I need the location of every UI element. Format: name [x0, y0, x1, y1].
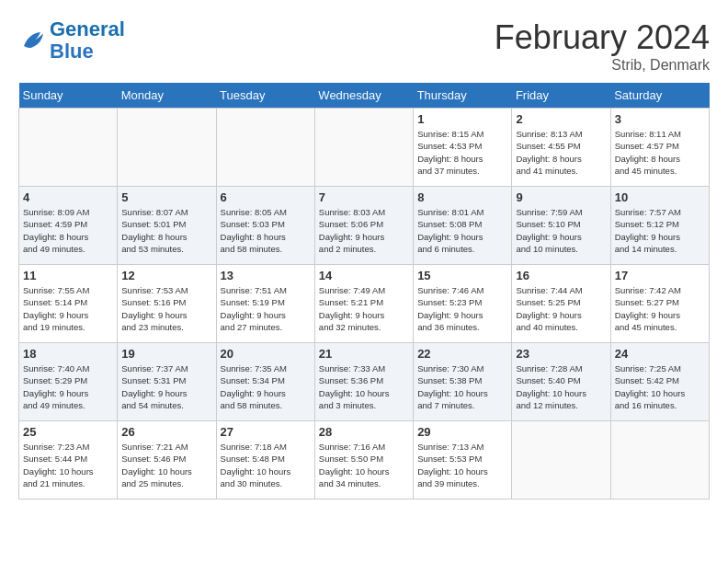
day-info: Sunrise: 7:42 AMSunset: 5:27 PMDaylight:… — [615, 284, 705, 333]
day-number: 18 — [23, 347, 113, 361]
day-number: 26 — [121, 425, 211, 439]
day-info: Sunrise: 7:23 AMSunset: 5:44 PMDaylight:… — [23, 441, 113, 489]
day-number: 19 — [121, 347, 211, 361]
calendar-cell: 20Sunrise: 7:35 AMSunset: 5:34 PMDayligh… — [216, 343, 314, 421]
day-info: Sunrise: 7:57 AMSunset: 5:12 PMDaylight:… — [615, 206, 705, 255]
calendar-cell: 22Sunrise: 7:30 AMSunset: 5:38 PMDayligh… — [414, 343, 512, 421]
day-number: 10 — [615, 190, 705, 204]
calendar-cell: 19Sunrise: 7:37 AMSunset: 5:31 PMDayligh… — [118, 343, 216, 421]
day-number: 22 — [417, 347, 507, 361]
calendar-cell: 6Sunrise: 8:05 AMSunset: 5:03 PMDaylight… — [216, 187, 314, 265]
day-info: Sunrise: 7:33 AMSunset: 5:36 PMDaylight:… — [319, 362, 409, 411]
day-number: 25 — [23, 425, 113, 439]
day-number: 11 — [23, 269, 113, 282]
header-tuesday: Tuesday — [216, 83, 314, 109]
day-number: 28 — [319, 425, 409, 439]
day-number: 23 — [516, 347, 606, 361]
day-info: Sunrise: 7:40 AMSunset: 5:29 PMDaylight:… — [23, 362, 113, 411]
calendar-cell — [118, 109, 216, 187]
day-info: Sunrise: 7:55 AMSunset: 5:14 PMDaylight:… — [23, 284, 113, 333]
day-number: 16 — [516, 269, 606, 282]
logo-bird-icon — [18, 27, 46, 54]
calendar-cell: 24Sunrise: 7:25 AMSunset: 5:42 PMDayligh… — [610, 343, 709, 421]
day-info: Sunrise: 7:35 AMSunset: 5:34 PMDaylight:… — [221, 362, 311, 411]
calendar-cell: 14Sunrise: 7:49 AMSunset: 5:21 PMDayligh… — [314, 265, 413, 343]
day-info: Sunrise: 8:11 AMSunset: 4:57 PMDaylight:… — [615, 128, 705, 177]
calendar-cell: 23Sunrise: 7:28 AMSunset: 5:40 PMDayligh… — [512, 343, 610, 421]
header-friday: Friday — [512, 83, 610, 109]
day-info: Sunrise: 8:05 AMSunset: 5:03 PMDaylight:… — [221, 206, 311, 255]
calendar-cell: 11Sunrise: 7:55 AMSunset: 5:14 PMDayligh… — [19, 265, 118, 343]
day-number: 4 — [23, 190, 113, 204]
day-number: 17 — [615, 269, 705, 282]
day-info: Sunrise: 7:37 AMSunset: 5:31 PMDaylight:… — [121, 362, 211, 411]
day-number: 8 — [417, 190, 507, 204]
day-number: 7 — [319, 190, 409, 204]
calendar-cell: 26Sunrise: 7:21 AMSunset: 5:46 PMDayligh… — [118, 421, 216, 500]
calendar-cell: 27Sunrise: 7:18 AMSunset: 5:48 PMDayligh… — [216, 421, 314, 500]
day-number: 1 — [417, 112, 507, 126]
calendar-week-row: 1Sunrise: 8:15 AMSunset: 4:53 PMDaylight… — [19, 109, 710, 187]
calendar-cell — [19, 109, 118, 187]
day-number: 27 — [221, 425, 311, 439]
day-number: 2 — [516, 112, 606, 126]
day-number: 5 — [121, 190, 211, 204]
month-title: February 2024 — [495, 18, 710, 57]
day-info: Sunrise: 8:13 AMSunset: 4:55 PMDaylight:… — [516, 128, 606, 177]
calendar-cell: 3Sunrise: 8:11 AMSunset: 4:57 PMDaylight… — [610, 109, 709, 187]
calendar-cell: 8Sunrise: 8:01 AMSunset: 5:08 PMDaylight… — [414, 187, 512, 265]
day-info: Sunrise: 7:51 AMSunset: 5:19 PMDaylight:… — [221, 284, 311, 333]
calendar-cell — [610, 421, 709, 500]
calendar-cell: 12Sunrise: 7:53 AMSunset: 5:16 PMDayligh… — [118, 265, 216, 343]
header-saturday: Saturday — [610, 83, 709, 109]
day-number: 24 — [615, 347, 705, 361]
header-row: Sunday Monday Tuesday Wednesday Thursday… — [19, 83, 710, 109]
calendar-cell: 13Sunrise: 7:51 AMSunset: 5:19 PMDayligh… — [216, 265, 314, 343]
logo-text: GeneralBlue — [50, 18, 125, 63]
day-number: 20 — [221, 347, 311, 361]
calendar-body: 1Sunrise: 8:15 AMSunset: 4:53 PMDaylight… — [19, 109, 710, 500]
day-info: Sunrise: 7:59 AMSunset: 5:10 PMDaylight:… — [516, 206, 606, 255]
day-info: Sunrise: 7:46 AMSunset: 5:23 PMDaylight:… — [417, 284, 507, 333]
calendar-cell: 21Sunrise: 7:33 AMSunset: 5:36 PMDayligh… — [314, 343, 413, 421]
calendar-cell: 4Sunrise: 8:09 AMSunset: 4:59 PMDaylight… — [19, 187, 118, 265]
day-number: 14 — [319, 269, 409, 282]
calendar-cell — [314, 109, 413, 187]
day-info: Sunrise: 7:53 AMSunset: 5:16 PMDaylight:… — [121, 284, 211, 333]
header-wednesday: Wednesday — [314, 83, 413, 109]
day-info: Sunrise: 7:25 AMSunset: 5:42 PMDaylight:… — [615, 362, 705, 411]
calendar-cell: 29Sunrise: 7:13 AMSunset: 5:53 PMDayligh… — [414, 421, 512, 500]
calendar-cell: 28Sunrise: 7:16 AMSunset: 5:50 PMDayligh… — [314, 421, 413, 500]
logo: GeneralBlue — [18, 18, 125, 63]
header-monday: Monday — [118, 83, 216, 109]
day-number: 21 — [319, 347, 409, 361]
day-info: Sunrise: 8:03 AMSunset: 5:06 PMDaylight:… — [319, 206, 409, 255]
calendar-cell: 10Sunrise: 7:57 AMSunset: 5:12 PMDayligh… — [610, 187, 709, 265]
day-info: Sunrise: 8:07 AMSunset: 5:01 PMDaylight:… — [121, 206, 211, 255]
calendar-week-row: 18Sunrise: 7:40 AMSunset: 5:29 PMDayligh… — [19, 343, 710, 421]
day-info: Sunrise: 8:15 AMSunset: 4:53 PMDaylight:… — [417, 128, 507, 177]
calendar-week-row: 25Sunrise: 7:23 AMSunset: 5:44 PMDayligh… — [19, 421, 710, 500]
day-number: 29 — [417, 425, 507, 439]
day-info: Sunrise: 7:18 AMSunset: 5:48 PMDaylight:… — [221, 441, 311, 489]
calendar-table: Sunday Monday Tuesday Wednesday Thursday… — [18, 83, 710, 500]
calendar-cell: 18Sunrise: 7:40 AMSunset: 5:29 PMDayligh… — [19, 343, 118, 421]
day-number: 13 — [221, 269, 311, 282]
day-info: Sunrise: 7:30 AMSunset: 5:38 PMDaylight:… — [417, 362, 507, 411]
day-number: 12 — [121, 269, 211, 282]
calendar-cell — [512, 421, 610, 500]
calendar-cell: 17Sunrise: 7:42 AMSunset: 5:27 PMDayligh… — [610, 265, 709, 343]
calendar-cell: 1Sunrise: 8:15 AMSunset: 4:53 PMDaylight… — [414, 109, 512, 187]
day-info: Sunrise: 7:28 AMSunset: 5:40 PMDaylight:… — [516, 362, 606, 411]
header-sunday: Sunday — [19, 83, 118, 109]
calendar-cell: 9Sunrise: 7:59 AMSunset: 5:10 PMDaylight… — [512, 187, 610, 265]
day-info: Sunrise: 8:01 AMSunset: 5:08 PMDaylight:… — [417, 206, 507, 255]
day-number: 3 — [615, 112, 705, 126]
day-info: Sunrise: 7:49 AMSunset: 5:21 PMDaylight:… — [319, 284, 409, 333]
day-info: Sunrise: 7:44 AMSunset: 5:25 PMDaylight:… — [516, 284, 606, 333]
title-block: February 2024 Strib, Denmark — [495, 18, 710, 74]
calendar-cell: 25Sunrise: 7:23 AMSunset: 5:44 PMDayligh… — [19, 421, 118, 500]
page-header: GeneralBlue February 2024 Strib, Denmark — [18, 18, 710, 74]
calendar-cell: 2Sunrise: 8:13 AMSunset: 4:55 PMDaylight… — [512, 109, 610, 187]
calendar-cell: 16Sunrise: 7:44 AMSunset: 5:25 PMDayligh… — [512, 265, 610, 343]
